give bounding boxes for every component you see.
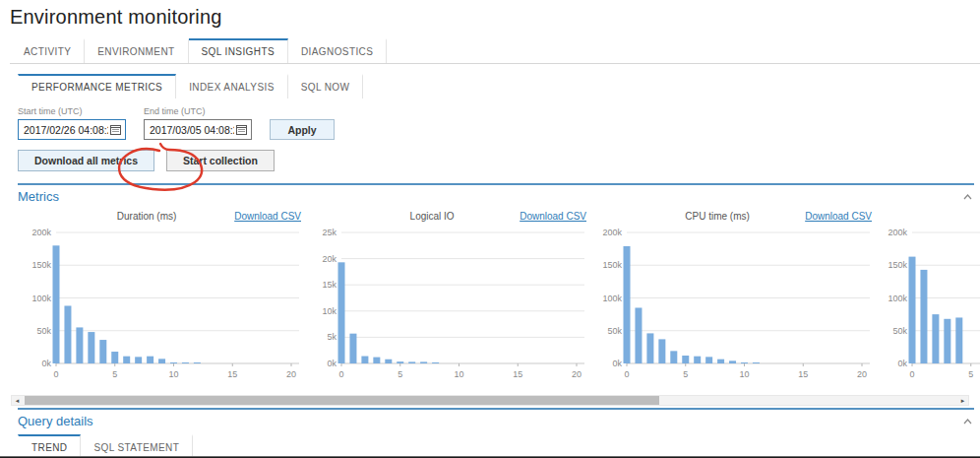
bar: [624, 246, 631, 363]
svg-text:5k: 5k: [327, 332, 337, 342]
calendar-icon[interactable]: [110, 124, 121, 135]
bar: [932, 314, 939, 363]
svg-text:5: 5: [968, 369, 973, 379]
svg-text:150k: 150k: [602, 260, 622, 270]
query-details-section-header: Query details: [18, 408, 974, 428]
tab-trend[interactable]: TREND: [18, 434, 81, 458]
bar: [705, 357, 712, 363]
bar: [373, 358, 380, 363]
subtab-performance-metrics[interactable]: PERFORMANCE METRICS: [18, 74, 176, 98]
svg-text:200k: 200k: [888, 228, 907, 237]
end-time-label: End time (UTC): [144, 106, 252, 116]
bar: [53, 245, 60, 363]
svg-text:5: 5: [398, 369, 402, 379]
bar: [88, 332, 94, 363]
scroll-right-arrow-icon[interactable]: ▸: [957, 396, 968, 405]
subtab-sql-now[interactable]: SQL NOW: [288, 74, 364, 98]
bar: [64, 305, 71, 363]
svg-text:50k: 50k: [607, 326, 622, 336]
svg-text:150k: 150k: [888, 260, 907, 270]
bar: [717, 360, 724, 363]
scrollbar-track[interactable]: [23, 396, 957, 405]
svg-text:10: 10: [168, 369, 178, 379]
svg-text:0: 0: [624, 369, 629, 379]
svg-text:15: 15: [227, 369, 237, 379]
bar: [920, 270, 927, 363]
bar: [397, 361, 403, 363]
svg-text:200k: 200k: [602, 228, 622, 237]
sub-tab-bar: PERFORMANCE METRICS INDEX ANALYSIS SQL N…: [18, 74, 980, 98]
bar: [194, 362, 201, 363]
start-time-field: Start time (UTC): [18, 106, 126, 140]
bar-chart-canvas: 0k5k10k15k20k25k05101520: [305, 224, 590, 391]
page-title: Environment monitoring: [10, 6, 980, 29]
time-filter-form: Start time (UTC) End time (UTC) Apply: [18, 106, 980, 140]
apply-button[interactable]: Apply: [270, 119, 335, 140]
svg-text:50k: 50k: [892, 326, 907, 336]
tab-environment[interactable]: ENVIRONMENT: [85, 38, 188, 63]
bar: [646, 333, 653, 363]
download-csv-link[interactable]: Download CSV: [805, 211, 872, 222]
download-csv-link[interactable]: Download CSV: [520, 211, 586, 222]
svg-text:5: 5: [683, 369, 688, 379]
svg-text:0k: 0k: [41, 359, 51, 368]
bar: [76, 327, 83, 363]
scroll-left-arrow-icon[interactable]: ◂: [12, 396, 23, 405]
bar: [909, 257, 916, 363]
svg-text:0k: 0k: [897, 359, 907, 368]
start-time-input[interactable]: [24, 124, 108, 136]
svg-text:0: 0: [909, 369, 914, 379]
svg-text:10: 10: [454, 369, 463, 379]
actions-row: Download all metrics Start collection: [18, 150, 980, 171]
end-time-input[interactable]: [150, 124, 234, 136]
tab-sql-insights[interactable]: SQL INSIGHTS: [189, 38, 288, 63]
svg-text:0k: 0k: [327, 359, 337, 368]
start-time-box: [18, 119, 126, 140]
bar: [182, 362, 189, 363]
bar: [658, 339, 665, 363]
bar: [170, 362, 177, 363]
collapse-query-details-chevron-up-icon[interactable]: [961, 417, 974, 426]
bar: [670, 351, 677, 363]
subtab-index-analysis[interactable]: INDEX ANALYSIS: [176, 74, 288, 98]
svg-text:20: 20: [572, 369, 582, 379]
bar-chart-canvas: 0k50k100k150k200k05101520: [876, 224, 980, 391]
bar: [432, 362, 439, 363]
svg-text:0: 0: [338, 369, 343, 379]
bar: [408, 361, 415, 363]
svg-text:10k: 10k: [322, 306, 337, 316]
bar: [682, 356, 689, 363]
chart-cpu-time-ms: CPU time (ms) Download CSV 0k50k100k150k…: [590, 208, 876, 391]
start-collection-button[interactable]: Start collection: [166, 150, 275, 171]
svg-text:15k: 15k: [322, 280, 337, 290]
bar: [729, 360, 736, 363]
end-time-field: End time (UTC): [144, 106, 252, 140]
metrics-charts-row: Duration (ms) Download CSV 0k50k100k150k…: [0, 208, 980, 391]
scrollbar-thumb[interactable]: [25, 396, 659, 405]
chart-partial-clipped: 0k50k100k150k200k05101520: [876, 208, 980, 391]
bar: [158, 359, 165, 363]
chart-title: Duration (ms): [59, 211, 234, 222]
bar: [361, 357, 368, 363]
collapse-metrics-chevron-up-icon[interactable]: [961, 192, 974, 202]
bar: [349, 334, 356, 363]
bar: [111, 352, 118, 363]
bar: [694, 357, 701, 363]
metrics-section-header: Metrics: [18, 183, 974, 204]
chart-svg: 0k50k100k150k200k05101520: [20, 224, 305, 387]
svg-text:0k: 0k: [612, 359, 622, 368]
svg-text:150k: 150k: [31, 260, 51, 270]
tab-activity[interactable]: ACTIVITY: [10, 38, 85, 63]
svg-text:25k: 25k: [322, 228, 337, 237]
svg-text:20: 20: [286, 369, 296, 379]
download-csv-link[interactable]: Download CSV: [234, 211, 301, 222]
download-all-metrics-button[interactable]: Download all metrics: [18, 150, 154, 171]
svg-text:200k: 200k: [31, 228, 51, 237]
bar: [338, 262, 345, 363]
calendar-icon[interactable]: [236, 124, 247, 135]
tab-sql-statement[interactable]: SQL STATEMENT: [81, 434, 193, 458]
bar: [420, 361, 427, 363]
bar: [944, 319, 950, 363]
bar: [635, 307, 642, 363]
tab-diagnostics[interactable]: DIAGNOSTICS: [288, 38, 387, 63]
